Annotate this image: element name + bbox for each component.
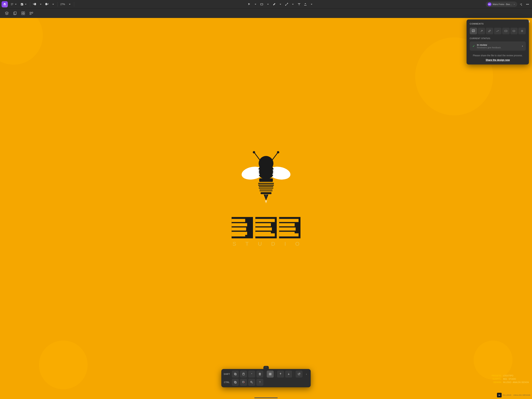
- svg-rect-10: [32, 12, 33, 13]
- shape-tool-btn[interactable]: [259, 1, 265, 7]
- prototype-btn[interactable]: [28, 10, 35, 17]
- shape-tool-dropdown[interactable]: [265, 1, 266, 7]
- canvas-area[interactable]: S T U D I O ⌃ SHIFT: [0, 18, 266, 200]
- sep2: [57, 2, 58, 7]
- assets-btn[interactable]: [19, 10, 27, 17]
- redo-dropdown[interactable]: [51, 1, 56, 7]
- file-menu-btn[interactable]: [9, 1, 19, 7]
- undo-btn[interactable]: [32, 1, 37, 7]
- svg-rect-24: [259, 179, 266, 182]
- svg-rect-30: [259, 188, 266, 189]
- svg-rect-9: [30, 12, 31, 13]
- svg-line-13: [254, 153, 260, 161]
- svg-rect-33: [260, 191, 266, 191]
- undo-dropdown[interactable]: [38, 1, 44, 7]
- zoom-value: 27%: [60, 3, 65, 6]
- svg-rect-34: [260, 192, 266, 194]
- svg-rect-6: [23, 12, 25, 13]
- bee-logo-container: S T U D I O: [229, 151, 266, 200]
- redo-btn[interactable]: [44, 1, 50, 7]
- svg-rect-8: [23, 13, 25, 15]
- tools-left: [3, 10, 35, 17]
- select-tool-dropdown[interactable]: [253, 1, 258, 7]
- layers-btn[interactable]: [3, 10, 11, 17]
- svg-marker-35: [264, 195, 266, 200]
- svg-rect-7: [22, 13, 23, 15]
- top-toolbar: 27% MF Mário Freire: [0, 0, 266, 9]
- svg-rect-0: [260, 4, 263, 5]
- bg-circle-1: [0, 18, 43, 65]
- app-logo[interactable]: [1, 1, 8, 7]
- svg-rect-32: [260, 190, 266, 190]
- zoom-btn[interactable]: 27%: [59, 1, 66, 7]
- pages-btn[interactable]: [11, 10, 19, 17]
- zoom-dropdown[interactable]: [67, 1, 72, 7]
- svg-rect-27: [258, 185, 266, 186]
- select-tool-btn[interactable]: [247, 1, 252, 7]
- svg-rect-26: [258, 183, 266, 184]
- svg-rect-29: [259, 186, 266, 187]
- save-btn[interactable]: [19, 1, 28, 7]
- svg-point-14: [253, 151, 255, 154]
- svg-rect-5: [22, 12, 23, 13]
- svg-rect-11: [30, 14, 31, 15]
- bee-svg: [241, 151, 266, 200]
- svg-rect-4: [14, 12, 16, 14]
- tools-toolbar: [0, 9, 266, 18]
